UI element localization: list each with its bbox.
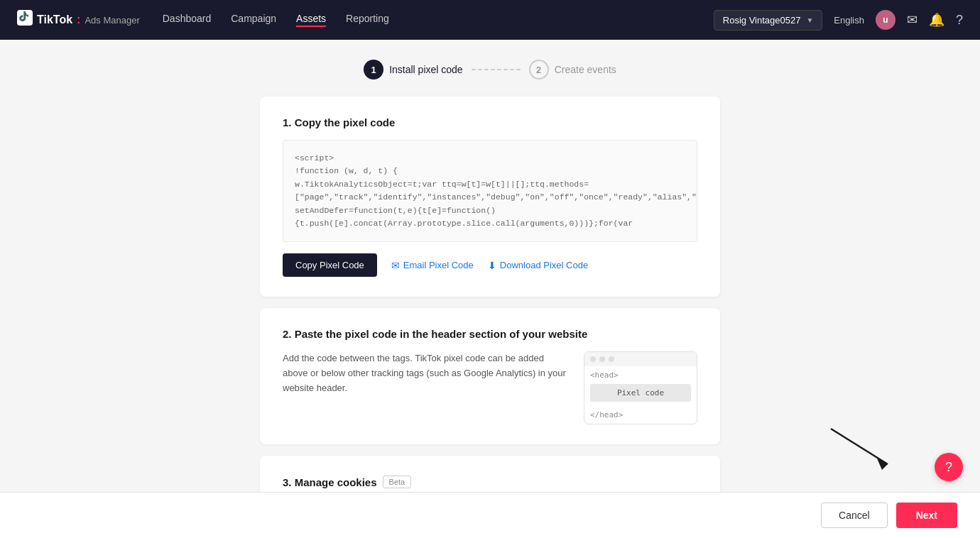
- preview-bar: [584, 352, 697, 366]
- preview-endhead: </head>: [584, 406, 697, 424]
- section3-title-row: 3. Manage cookies Beta: [283, 476, 697, 488]
- step-1-circle: 1: [364, 60, 383, 79]
- chevron-down-icon: ▼: [806, 16, 813, 24]
- section1-title: 1. Copy the pixel code: [283, 116, 697, 128]
- account-dropdown[interactable]: Rosig Vintage0527 ▼: [714, 10, 823, 31]
- step-2-label: Create events: [555, 64, 616, 75]
- paste-desc-text: Add the code between the tags. TikTok pi…: [283, 351, 567, 395]
- step-2: 2 Create events: [529, 60, 616, 79]
- paste-description: Add the code between the tags. TikTok pi…: [283, 351, 567, 395]
- avatar: u: [876, 10, 895, 30]
- nav-right: Rosig Vintage0527 ▼ English u ✉ 🔔 ?: [714, 10, 963, 31]
- nav-campaign[interactable]: Campaign: [231, 13, 276, 27]
- code-preview: <head> Pixel code </head>: [584, 351, 697, 424]
- svg-marker-2: [877, 459, 888, 470]
- notifications-icon[interactable]: 🔔: [929, 12, 944, 28]
- account-name: Rosig Vintage0527: [723, 15, 801, 26]
- logo-tiktok-text: TikTok: [37, 13, 72, 26]
- nav-assets[interactable]: Assets: [296, 13, 326, 27]
- dot-3: [609, 356, 614, 362]
- email-pixel-link[interactable]: ✉ Email Pixel Code: [391, 260, 474, 271]
- dot-1: [590, 356, 596, 362]
- code-line-3: w.TiktokAnalyticsObject=t;var ttq=w[t]=w…: [295, 178, 685, 191]
- code-line-1: <script>: [295, 152, 685, 165]
- nav-links: Dashboard Campaign Assets Reporting: [163, 13, 691, 27]
- help-icon[interactable]: ?: [956, 13, 963, 28]
- email-pixel-label: Email Pixel Code: [403, 260, 474, 270]
- svg-line-1: [831, 429, 888, 464]
- ads-manager-label: Ads Manager: [85, 15, 139, 26]
- code-actions: Copy Pixel Code ✉ Email Pixel Code ⬇ Dow…: [283, 253, 697, 277]
- help-float-button[interactable]: ?: [935, 453, 963, 481]
- next-button[interactable]: Next: [896, 503, 957, 528]
- paste-pixel-card: 2. Paste the pixel code in the header se…: [260, 308, 720, 444]
- step-divider: [472, 69, 521, 70]
- beta-badge: Beta: [383, 476, 412, 488]
- email-icon: ✉: [391, 260, 400, 271]
- step-2-circle: 2: [529, 60, 549, 79]
- code-line-4: ["page","track","identify","instances","…: [295, 191, 685, 204]
- download-pixel-label: Download Pixel Code: [500, 260, 588, 270]
- copy-pixel-card: 1. Copy the pixel code <script> !functio…: [260, 97, 720, 297]
- code-line-5: setAndDefer=function(t,e){t[e]=function(…: [295, 204, 685, 231]
- pixel-code-block: <script> !function (w, d, t) { w.TiktokA…: [283, 140, 697, 242]
- messages-icon[interactable]: ✉: [907, 12, 918, 28]
- main-content: 1. Copy the pixel code <script> !functio…: [249, 97, 731, 538]
- top-nav: TikTok: Ads Manager Dashboard Campaign A…: [0, 0, 980, 40]
- language-selector[interactable]: English: [834, 15, 864, 26]
- copy-pixel-button[interactable]: Copy Pixel Code: [283, 253, 377, 277]
- preview-head: <head>: [584, 366, 697, 384]
- download-icon: ⬇: [488, 260, 496, 271]
- logo: TikTok: Ads Manager: [17, 10, 140, 30]
- tiktok-icon: [17, 10, 33, 30]
- section3-title: 3. Manage cookies: [283, 476, 377, 488]
- download-pixel-link[interactable]: ⬇ Download Pixel Code: [488, 260, 588, 271]
- nav-dashboard[interactable]: Dashboard: [163, 13, 212, 27]
- section2-title: 2. Paste the pixel code in the header se…: [283, 328, 697, 340]
- stepper: 1 Install pixel code 2 Create events: [0, 40, 980, 97]
- paste-section: Add the code between the tags. TikTok pi…: [283, 351, 697, 424]
- bottom-bar: Cancel Next: [0, 492, 980, 538]
- cancel-button[interactable]: Cancel: [821, 503, 888, 528]
- nav-reporting[interactable]: Reporting: [346, 13, 389, 27]
- step-1-label: Install pixel code: [389, 64, 463, 75]
- arrow-annotation: [824, 422, 909, 481]
- preview-pixel: Pixel code: [590, 384, 691, 402]
- code-line-2: !function (w, d, t) {: [295, 165, 685, 177]
- step-1: 1 Install pixel code: [364, 60, 463, 79]
- dot-2: [599, 356, 605, 362]
